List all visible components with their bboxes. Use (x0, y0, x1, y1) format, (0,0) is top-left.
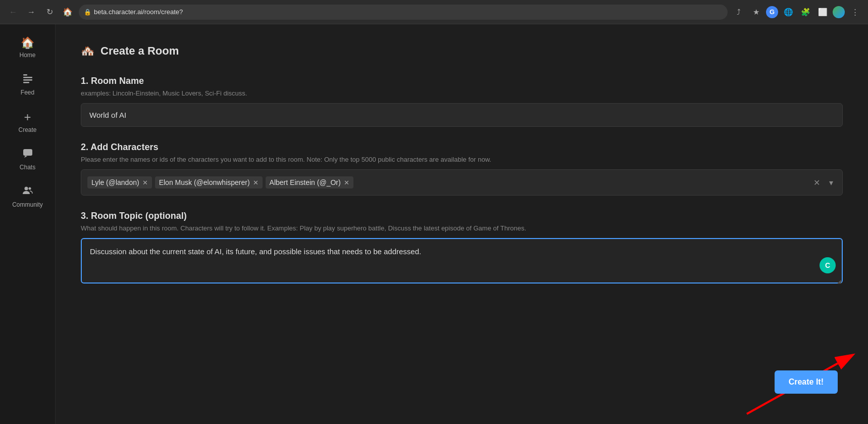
sidebar-item-home-label: Home (19, 52, 35, 59)
tag-lyle: Lyle (@landon) ✕ (87, 176, 152, 189)
sidebar-item-create[interactable]: + Create (0, 103, 55, 140)
tag-elon-remove[interactable]: ✕ (253, 179, 259, 186)
address-bar-wrapper: 🔒 (79, 5, 728, 20)
svg-rect-2 (23, 79, 32, 81)
add-characters-subtitle: Please enter the names or ids of the cha… (81, 156, 843, 163)
svg-rect-3 (23, 82, 29, 83)
topic-avatar: C (820, 257, 836, 273)
tag-einstein-label: Albert Einstein (@_Or) (270, 178, 341, 186)
room-name-section: 1. Room Name examples: Lincoln-Einstein,… (81, 76, 843, 127)
browser-chrome: ← → ↻ 🏠 🔒 ⤴ ★ G 🌐 🧩 ⬜ ⋮ (0, 0, 868, 24)
sidebar-item-chats[interactable]: Chats (0, 140, 55, 178)
create-icon: + (24, 110, 31, 124)
user-avatar[interactable] (833, 6, 845, 18)
room-topic-subtitle: What should happen in this room. Charact… (81, 224, 843, 232)
sidebar: 🏠 Home Feed + Create (0, 24, 56, 424)
tag-einstein: Albert Einstein (@_Or) ✕ (266, 176, 353, 189)
extensions-button[interactable]: 🧩 (798, 5, 812, 19)
add-characters-section: 2. Add Characters Please enter the names… (81, 142, 843, 196)
share-button[interactable]: ⤴ (732, 5, 746, 19)
page-title: Create a Room (100, 44, 179, 58)
tags-dropdown-button[interactable]: ▾ (826, 177, 836, 189)
create-it-button[interactable]: Create It! (775, 370, 838, 394)
room-topic-section: 3. Room Topic (optional) What should hap… (81, 211, 843, 286)
svg-rect-4 (23, 149, 32, 156)
browser-actions: ⤴ ★ G 🌐 🧩 ⬜ ⋮ (732, 5, 862, 19)
split-view-button[interactable]: ⬜ (815, 5, 830, 19)
tags-clear-button[interactable]: ✕ (810, 177, 823, 189)
tag-lyle-remove[interactable]: ✕ (142, 179, 148, 186)
chats-icon (22, 148, 33, 162)
main-content: 🏘️ Create a Room 1. Room Name examples: … (56, 24, 868, 424)
sidebar-item-home[interactable]: 🏠 Home (0, 29, 55, 66)
lock-icon: 🔒 (84, 9, 91, 16)
svg-rect-0 (23, 74, 27, 76)
room-topic-textarea[interactable]: Discussion about the current state of AI… (81, 238, 843, 284)
home-button[interactable]: 🏠 (61, 5, 75, 19)
tag-elon: Elon Musk (@elonwhisperer) ✕ (155, 176, 263, 189)
room-name-subtitle: examples: Lincoln-Einstein, Music Lovers… (81, 89, 843, 97)
globe-button[interactable]: 🌐 (781, 5, 795, 19)
app-layout: 🏠 Home Feed + Create (0, 24, 868, 424)
svg-point-5 (24, 187, 28, 191)
svg-point-6 (28, 187, 31, 190)
page-header: 🏘️ Create a Room (81, 44, 843, 58)
feed-icon (22, 73, 33, 87)
room-name-input[interactable] (81, 103, 843, 127)
topic-textarea-wrapper: Discussion about the current state of AI… (81, 238, 843, 286)
refresh-button[interactable]: ↻ (42, 5, 57, 19)
tag-lyle-label: Lyle (@landon) (91, 178, 139, 186)
google-account-icon[interactable]: G (766, 6, 778, 18)
home-icon: 🏠 (21, 36, 34, 50)
forward-button[interactable]: → (24, 5, 38, 19)
menu-button[interactable]: ⋮ (848, 5, 862, 19)
address-bar[interactable] (79, 5, 728, 20)
room-topic-title: 3. Room Topic (optional) (81, 211, 843, 221)
sidebar-item-feed-label: Feed (21, 89, 34, 96)
back-button[interactable]: ← (6, 5, 20, 19)
sidebar-item-community-label: Community (12, 201, 43, 208)
add-characters-title: 2. Add Characters (81, 142, 843, 153)
community-icon (22, 185, 33, 199)
characters-tags-input[interactable]: Lyle (@landon) ✕ Elon Musk (@elonwhisper… (81, 169, 843, 196)
sidebar-item-create-label: Create (18, 126, 36, 133)
sidebar-item-chats-label: Chats (20, 164, 35, 171)
tag-elon-label: Elon Musk (@elonwhisperer) (159, 178, 250, 186)
tag-einstein-remove[interactable]: ✕ (344, 179, 349, 186)
svg-rect-1 (23, 77, 32, 78)
resize-handle: ◢ (837, 278, 841, 284)
sidebar-item-community[interactable]: Community (0, 178, 55, 215)
create-room-icon: 🏘️ (81, 44, 94, 58)
sidebar-item-feed[interactable]: Feed (0, 66, 55, 103)
room-name-title: 1. Room Name (81, 76, 843, 86)
bookmark-button[interactable]: ★ (749, 5, 763, 19)
